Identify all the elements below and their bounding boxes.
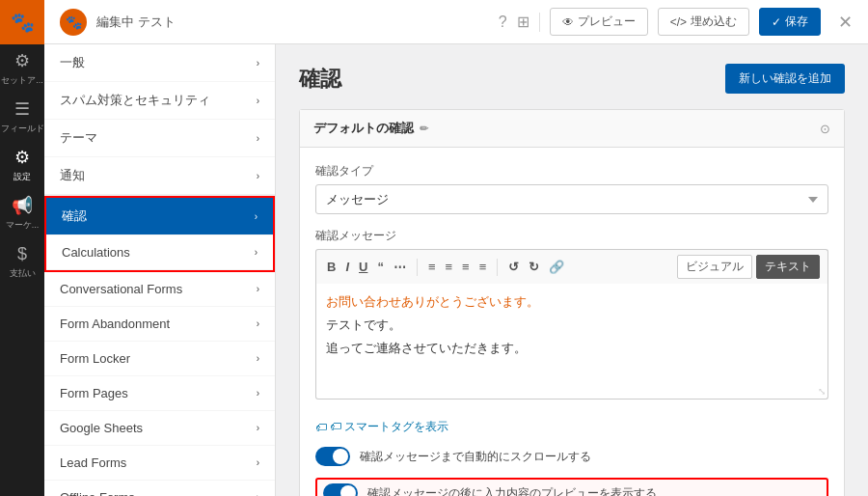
quote-button[interactable]: “ <box>374 259 387 275</box>
editor-line3: 追ってご連絡させていただきます。 <box>326 340 818 357</box>
confirm-message-field: 確認メッセージ B I U “ ⋯ ≡ ≡ ≡ ≡ <box>315 228 828 400</box>
menu-item-calculations[interactable]: Calculations › <box>46 235 273 270</box>
toolbar-separator2 <box>497 259 498 276</box>
chevron-icon: › <box>257 284 259 294</box>
logo-icon: 🐾 <box>11 11 35 34</box>
preview-button[interactable]: 👁 プレビュー <box>550 8 648 36</box>
undo-button[interactable]: ↺ <box>505 259 522 275</box>
content-area: 一般 › スパム対策とセキュリティ › テーマ › 通知 › 確認 › <box>44 44 868 496</box>
visual-tab[interactable]: ビジュアル <box>677 255 752 279</box>
chevron-icon: › <box>257 492 259 496</box>
chevron-icon: › <box>257 171 259 181</box>
tag-icon: 🏷 <box>315 421 327 434</box>
align-justify-button[interactable]: ≡ <box>476 259 490 275</box>
top-bar: 🐾 編集中 テスト ? ⊞ 👁 プレビュー </> 埋め込む ✓ 保存 ✕ <box>44 0 868 44</box>
confirm-message-label: 確認メッセージ <box>315 228 828 244</box>
setup-icon: ⚙ <box>14 50 30 71</box>
menu-item-general[interactable]: 一般 › <box>44 44 275 82</box>
chevron-icon: › <box>257 318 259 329</box>
menu-item-spam[interactable]: スパム対策とセキュリティ › <box>44 82 275 120</box>
topbar-title: 編集中 テスト <box>96 14 176 31</box>
card-title: デフォルトの確認 ✏ <box>313 120 428 137</box>
topbar-logo: 🐾 <box>60 9 87 36</box>
eye-icon: 👁 <box>562 15 574 29</box>
marketing-icon: 📢 <box>12 195 33 216</box>
collapse-icon[interactable]: ⊙ <box>820 122 830 136</box>
editor-line2: テストです。 <box>326 317 818 334</box>
menu-item-abandonment[interactable]: Form Abandonment › <box>44 307 275 342</box>
card-body: 確認タイプ メッセージ 確認メッセージ B I U “ ⋯ <box>300 148 844 496</box>
help-icon[interactable]: ? <box>499 14 507 31</box>
preview-toggle[interactable] <box>323 483 358 496</box>
menu-item-conversational[interactable]: Conversational Forms › <box>44 272 275 307</box>
underline-button[interactable]: U <box>356 259 370 275</box>
save-checkmark-icon: ✓ <box>772 15 781 29</box>
chevron-icon: › <box>257 388 259 399</box>
confirmation-card: デフォルトの確認 ✏ ⊙ 確認タイプ メッセージ 確認メッ <box>299 109 845 496</box>
grid-icon[interactable]: ⊞ <box>517 13 529 31</box>
italic-button[interactable]: I <box>342 259 352 275</box>
editor-line1: お問い合わせありがとうございます。 <box>326 293 818 311</box>
embed-button[interactable]: </> 埋め込む <box>658 8 749 36</box>
settings-icon: ⚙ <box>14 147 30 168</box>
text-tab[interactable]: テキスト <box>756 255 820 279</box>
chevron-icon: › <box>257 423 259 433</box>
align-right-button[interactable]: ≡ <box>459 259 473 275</box>
divider1 <box>539 13 540 32</box>
main-area: 🐾 編集中 テスト ? ⊞ 👁 プレビュー </> 埋め込む ✓ 保存 ✕ 一般… <box>44 0 868 496</box>
chevron-icon: › <box>257 457 259 468</box>
app-logo: 🐾 <box>0 0 44 44</box>
confirm-type-select[interactable]: メッセージ <box>315 184 828 214</box>
confirm-type-field: 確認タイプ メッセージ <box>315 163 828 214</box>
smart-tag-link[interactable]: 🏷 🏷 スマートタグを表示 <box>315 419 448 435</box>
sidebar-item-settings-label: 設定 <box>14 171 31 183</box>
sidebar-item-payments-label: 支払い <box>10 267 36 280</box>
card-header: デフォルトの確認 ✏ ⊙ <box>300 110 844 148</box>
menu-item-notifications[interactable]: 通知 › <box>44 157 275 196</box>
menu-item-pages[interactable]: Form Pages › <box>44 376 275 411</box>
save-button[interactable]: ✓ 保存 <box>759 8 821 36</box>
bold-button[interactable]: B <box>324 259 339 275</box>
toolbar-separator <box>417 259 418 276</box>
more-button[interactable]: ⋯ <box>391 259 409 275</box>
menu-sidebar: 一般 › スパム対策とセキュリティ › テーマ › 通知 › 確認 › <box>44 44 276 496</box>
redo-button[interactable]: ↻ <box>526 259 542 275</box>
toggle-row-scroll: 確認メッセージまで自動的にスクロールする <box>315 443 828 470</box>
icon-sidebar: 🐾 ⚙ セットア... ☰ フィールド ⚙ 設定 📢 マーケ... $ 支払い <box>0 0 44 496</box>
embed-icon: </> <box>670 15 687 29</box>
add-confirmation-button[interactable]: 新しい確認を追加 <box>725 64 845 94</box>
resize-handle[interactable]: ⤡ <box>818 386 826 397</box>
edit-icon[interactable]: ✏ <box>420 123 428 135</box>
page-title: 確認 <box>299 65 341 94</box>
sidebar-item-marketing[interactable]: 📢 マーケ... <box>0 189 44 237</box>
toggle-row-preview: 確認メッセージの後に入力内容のプレビューを表示する <box>315 478 828 496</box>
link-button[interactable]: 🔗 <box>546 259 567 275</box>
menu-item-google-sheets[interactable]: Google Sheets › <box>44 411 275 446</box>
main-header: 確認 新しい確認を追加 <box>299 64 845 94</box>
preview-toggle-label: 確認メッセージの後に入力内容のプレビューを表示する <box>367 485 657 497</box>
chevron-icon: › <box>255 247 258 258</box>
menu-item-offline[interactable]: Offline Forms › <box>44 481 275 496</box>
menu-item-theme[interactable]: テーマ › <box>44 120 275 157</box>
scroll-toggle[interactable] <box>315 447 350 466</box>
align-left-button[interactable]: ≡ <box>425 259 439 275</box>
menu-item-lead-forms[interactable]: Lead Forms › <box>44 446 275 481</box>
chevron-icon: › <box>257 353 259 364</box>
sidebar-item-marketing-label: マーケ... <box>6 219 40 232</box>
main-content: 確認 新しい確認を追加 デフォルトの確認 ✏ ⊙ 確認タイプ メッ <box>276 44 868 496</box>
chevron-icon: › <box>257 96 259 106</box>
chevron-icon: › <box>257 58 259 69</box>
editor-area[interactable]: お問い合わせありがとうございます。 テストです。 追ってご連絡させていただきます… <box>315 284 828 400</box>
payments-icon: $ <box>17 244 27 264</box>
align-center-button[interactable]: ≡ <box>443 259 456 275</box>
menu-item-confirmation[interactable]: 確認 › <box>46 198 273 235</box>
sidebar-item-payments[interactable]: $ 支払い <box>0 237 44 286</box>
sidebar-item-setup-label: セットア... <box>1 74 43 87</box>
sidebar-item-setup[interactable]: ⚙ セットア... <box>0 44 44 93</box>
menu-item-locker[interactable]: Form Locker › <box>44 342 275 376</box>
sidebar-item-fields[interactable]: ☰ フィールド <box>0 93 44 141</box>
close-icon[interactable]: ✕ <box>838 12 853 33</box>
scroll-toggle-label: 確認メッセージまで自動的にスクロールする <box>360 449 591 465</box>
chevron-icon-confirmation: › <box>255 211 258 222</box>
sidebar-item-settings[interactable]: ⚙ 設定 <box>0 141 44 189</box>
